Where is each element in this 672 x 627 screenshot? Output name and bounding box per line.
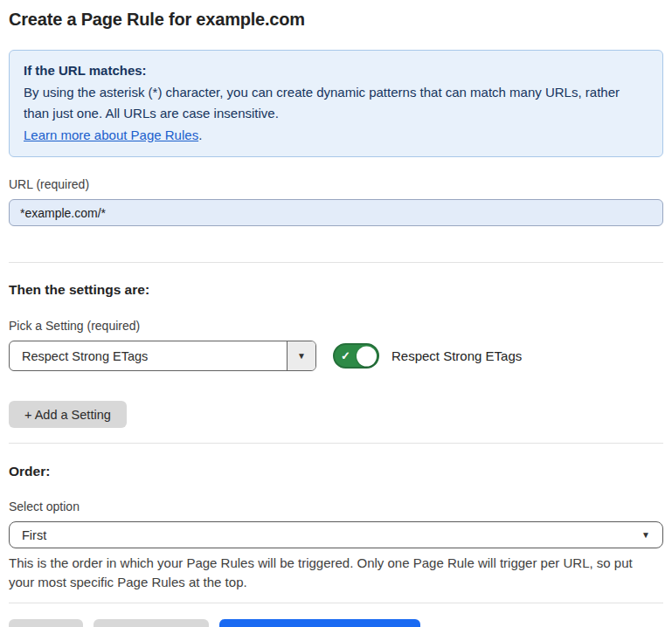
toggle-knob bbox=[357, 346, 377, 366]
url-input[interactable] bbox=[9, 199, 663, 226]
form-actions: Cancel Save as Draft Save and Deploy Pag… bbox=[9, 619, 663, 627]
save-deploy-button[interactable]: Save and Deploy Page Rule bbox=[219, 619, 420, 627]
add-setting-button[interactable]: + Add a Setting bbox=[9, 401, 127, 428]
url-field-label: URL (required) bbox=[9, 177, 663, 192]
setting-select[interactable]: Respect Strong ETags ▼ bbox=[9, 341, 316, 371]
etags-toggle[interactable]: ✓ bbox=[333, 343, 379, 369]
check-icon: ✓ bbox=[341, 350, 350, 362]
cancel-button[interactable]: Cancel bbox=[9, 619, 83, 627]
order-select-label: Select option bbox=[9, 500, 663, 514]
order-select[interactable]: First ▼ bbox=[9, 521, 663, 548]
chevron-down-icon: ▼ bbox=[297, 351, 306, 361]
settings-section-heading: Then the settings are: bbox=[9, 281, 663, 298]
chevron-down-icon: ▼ bbox=[641, 530, 650, 540]
save-draft-button[interactable]: Save as Draft bbox=[94, 619, 209, 627]
link-suffix-period: . bbox=[198, 127, 202, 142]
info-box-body: By using the asterisk (*) character, you… bbox=[24, 82, 648, 125]
footer-divider bbox=[9, 603, 663, 603]
etags-toggle-label: Respect Strong ETags bbox=[391, 348, 522, 363]
setting-row: Respect Strong ETags ▼ ✓ Respect Strong … bbox=[9, 341, 663, 371]
create-page-rule-form: Create a Page Rule for example.com If th… bbox=[0, 0, 672, 627]
section-divider bbox=[9, 443, 663, 444]
order-section-heading: Order: bbox=[9, 463, 663, 479]
section-divider bbox=[9, 262, 663, 263]
etags-toggle-group: ✓ Respect Strong ETags bbox=[333, 343, 522, 369]
info-box-link-line: Learn more about Page Rules. bbox=[24, 125, 648, 147]
info-box-heading: If the URL matches: bbox=[24, 60, 648, 82]
setting-select-value: Respect Strong ETags bbox=[10, 341, 287, 370]
order-help-text: This is the order in which your Page Rul… bbox=[9, 554, 660, 591]
learn-more-link[interactable]: Learn more about Page Rules bbox=[24, 127, 198, 142]
order-select-value: First bbox=[22, 528, 641, 542]
page-title: Create a Page Rule for example.com bbox=[9, 9, 663, 30]
setting-select-arrow-segment[interactable]: ▼ bbox=[287, 341, 315, 370]
url-matches-info-box: If the URL matches: By using the asteris… bbox=[9, 50, 663, 157]
pick-setting-label: Pick a Setting (required) bbox=[9, 319, 663, 334]
